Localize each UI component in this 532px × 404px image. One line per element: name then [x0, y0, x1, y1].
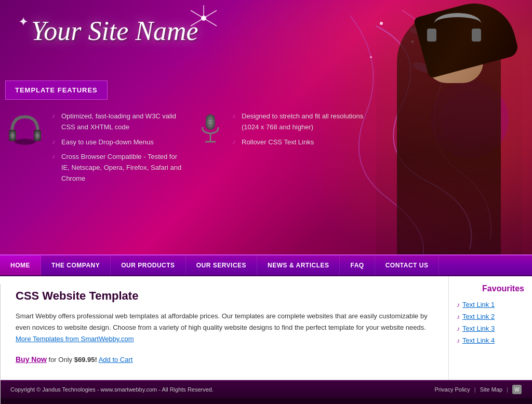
headphones-icon [5, 109, 44, 155]
nav-faq[interactable]: FAQ [340, 255, 375, 275]
music-note-icon-3: ♪ [457, 325, 460, 332]
sidebar-link-3: ♪ Text Link 3 [457, 322, 524, 334]
main-content: CSS Website Template Smart Webby offers … [0, 276, 532, 380]
feature-list-2: Designed to stretch and fit all resoluti… [232, 109, 376, 150]
footer-icon: W [512, 385, 522, 394]
music-note-icon-1: ♪ [457, 301, 460, 308]
site-name: Your Site Name [31, 16, 198, 46]
sidebar: Favourites ♪ Text Link 1 ♪ Text Link 2 ♪… [449, 276, 532, 380]
feature-item: Designed to stretch and fit all resoluti… [232, 109, 376, 135]
footer-copyright: Copyright © Jandus Technologies - www.sm… [10, 386, 214, 393]
feature-col-2: Designed to stretch and fit all resoluti… [196, 109, 376, 186]
svg-rect-17 [9, 130, 16, 141]
buy-now-section: Buy Now for Only $69.95! Add to Cart [16, 355, 433, 363]
nav-contact[interactable]: CONTACT US [375, 255, 440, 275]
feature-col-1: Optimized, fast-loading and W3C valid CS… [5, 109, 185, 186]
svg-point-19 [15, 139, 35, 145]
sidebar-title: Favourites [457, 284, 524, 293]
feature-list-1: Optimized, fast-loading and W3C valid CS… [52, 109, 185, 186]
svg-line-11 [204, 18, 217, 26]
footer-privacy-link[interactable]: Privacy Policy [434, 386, 470, 393]
feature-item: Rollover CSS Text Links [232, 135, 376, 150]
feature-item: Cross Browser Compatible - Tested for IE… [52, 150, 185, 186]
music-note-icon-4: ♪ [457, 337, 460, 344]
sidebar-text-link-3[interactable]: Text Link 3 [462, 325, 495, 332]
footer-sitemap-link[interactable]: Site Map [480, 386, 502, 393]
nav-home[interactable]: HOME [0, 255, 41, 275]
more-templates-link[interactable]: More Templates from SmartWebby.com [16, 335, 134, 343]
music-note-icon-2: ♪ [457, 313, 460, 320]
svg-line-10 [204, 10, 217, 18]
sidebar-divider [0, 284, 1, 398]
nav-products[interactable]: OUR PRODUCTS [111, 255, 185, 275]
features-section: Optimized, fast-loading and W3C valid CS… [5, 109, 376, 186]
feature-item: Optimized, fast-loading and W3C valid CS… [52, 109, 185, 135]
microphone-icon [196, 109, 224, 155]
template-features-badge: TEMPLATE FEATURES [5, 80, 108, 100]
feature-item: Easy to use Drop-down Menus [52, 135, 185, 150]
decorative-sparkle: ✦ [18, 15, 29, 29]
footer-links: Privacy Policy | Site Map | W [434, 385, 522, 394]
nav-company[interactable]: THE COMPANY [41, 255, 111, 275]
page-title: CSS Website Template [16, 289, 433, 303]
hero-image [366, 0, 532, 254]
footer-separator-2: | [507, 386, 508, 393]
nav-news[interactable]: NEWS & ARTICLES [257, 255, 340, 275]
footer-separator: | [474, 386, 476, 393]
svg-rect-18 [34, 130, 41, 141]
page-body: Smart Webby offers professional web temp… [16, 311, 433, 345]
sidebar-link-2: ♪ Text Link 2 [457, 311, 524, 322]
sidebar-link-4: ♪ Text Link 4 [457, 334, 524, 346]
add-to-cart-link[interactable]: Add to Cart [99, 356, 133, 363]
sidebar-link-1: ♪ Text Link 1 [457, 299, 524, 311]
buy-now-link[interactable]: Buy Now [16, 355, 47, 363]
header: ✦ Your Site Name TEMPLATE FEATURES [0, 0, 532, 254]
footer: Copyright © Jandus Technologies - www.sm… [0, 380, 532, 398]
sidebar-text-link-2[interactable]: Text Link 2 [462, 313, 495, 320]
main-navigation: HOME THE COMPANY OUR PRODUCTS OUR SERVIC… [0, 254, 532, 276]
nav-services[interactable]: OUR SERVICES [186, 255, 257, 275]
content-area: CSS Website Template Smart Webby offers … [0, 276, 449, 380]
svg-point-14 [201, 16, 206, 21]
sidebar-text-link-1[interactable]: Text Link 1 [462, 301, 495, 308]
sidebar-text-link-4[interactable]: Text Link 4 [462, 336, 495, 344]
